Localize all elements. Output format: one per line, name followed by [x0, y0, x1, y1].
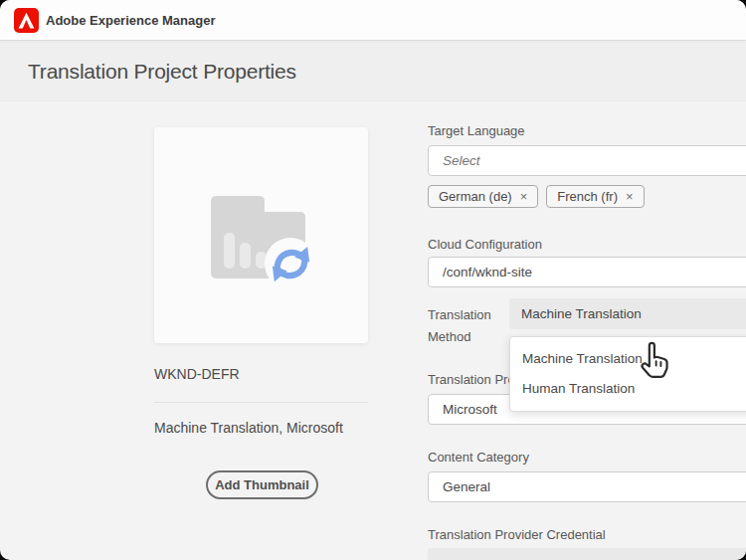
translation-provider-credential-field[interactable]: [428, 548, 746, 560]
menu-item-machine-translation[interactable]: Machine Translation: [510, 344, 746, 374]
content-category-input[interactable]: General: [428, 471, 746, 502]
target-language-label: Target Language: [428, 123, 525, 138]
aem-window: Adobe Experience Manager Translation Pro…: [0, 0, 746, 560]
title-band: Translation Project Properties: [0, 42, 746, 101]
divider: [154, 402, 368, 403]
language-tag-french[interactable]: French (fr) ×: [546, 185, 644, 208]
translation-method-menu: Machine Translation Human Translation: [509, 336, 746, 412]
project-name: WKND-DEFR: [154, 366, 240, 382]
target-language-select[interactable]: Select: [428, 145, 746, 176]
cloud-configuration-label: Cloud Configuration: [428, 237, 542, 252]
chart-bar: [224, 233, 235, 269]
adobe-logo-icon: [14, 8, 39, 33]
translation-method-dropdown[interactable]: Machine Translation: [509, 298, 746, 329]
remove-tag-icon[interactable]: ×: [520, 189, 528, 204]
language-tag-german[interactable]: German (de) ×: [428, 185, 538, 208]
project-folder-icon: [211, 196, 330, 305]
select-placeholder: Select: [443, 153, 480, 168]
page-title: Translation Project Properties: [28, 60, 296, 84]
language-tags: German (de) × French (fr) ×: [428, 185, 645, 208]
translation-method-label: Translation Method: [428, 304, 507, 348]
screenshot-frame: Adobe Experience Manager Translation Pro…: [0, 0, 746, 560]
thumbnail-card: [154, 127, 368, 343]
app-title: Adobe Experience Manager: [46, 13, 216, 28]
translation-provider-credential-label: Translation Provider Credential: [428, 527, 606, 542]
sync-icon: [265, 238, 316, 289]
top-bar: Adobe Experience Manager: [0, 0, 746, 41]
project-summary: Machine Translation, Microsoft: [154, 420, 343, 436]
content-category-label: Content Category: [428, 450, 529, 465]
adobe-a-glyph: [14, 8, 39, 33]
menu-item-human-translation[interactable]: Human Translation: [510, 374, 746, 404]
cloud-configuration-input[interactable]: /conf/wknd-site: [428, 257, 746, 287]
add-thumbnail-button[interactable]: Add Thumbnail: [206, 470, 318, 499]
remove-tag-icon[interactable]: ×: [626, 189, 634, 204]
chart-bar: [240, 243, 251, 269]
